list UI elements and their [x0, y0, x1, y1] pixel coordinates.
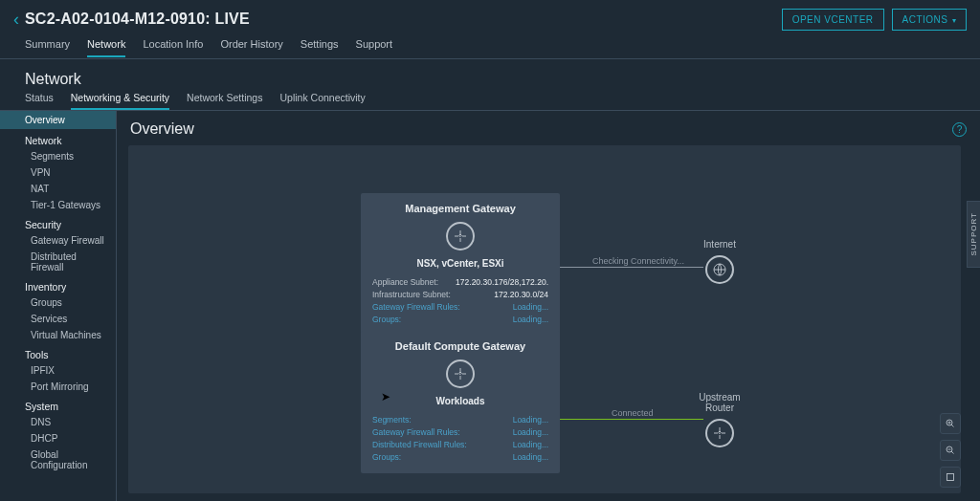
infrastructure-subnet-label: Infrastructure Subnet: [372, 289, 451, 301]
comp-gfw-link[interactable]: Gateway Firewall Rules: [372, 426, 460, 439]
connection-line-router [560, 419, 703, 420]
sidebar-item-global-configuration[interactable]: Global Configuration [0, 447, 116, 473]
sidebar-item-tier1-gateways[interactable]: Tier-1 Gateways [0, 197, 116, 213]
primary-tabs: Summary Network Location Info Order Hist… [0, 38, 980, 59]
main-panel: Overview ? Management Gateway NSX, vCent… [117, 111, 980, 501]
default-compute-gateway-card[interactable]: Default Compute Gateway Workloads Segmen… [361, 331, 560, 473]
comp-subtitle: Workloads [372, 396, 548, 406]
overview-heading: Overview [130, 120, 194, 138]
actions-dropdown-button[interactable]: ACTIONS▾ [892, 9, 967, 31]
gateway-icon [446, 359, 475, 388]
sidebar-group-system: System [0, 395, 116, 414]
tab-order-history[interactable]: Order History [220, 38, 282, 55]
fit-view-button[interactable] [940, 467, 961, 488]
tab-summary[interactable]: Summary [25, 38, 70, 55]
support-tab-label: SUPPORT [969, 212, 978, 256]
help-icon[interactable]: ? [952, 122, 967, 137]
tab-location-info[interactable]: Location Info [143, 38, 203, 55]
sidebar: Overview Network Segments VPN NAT Tier-1… [0, 111, 117, 501]
mgmt-groups-value: Loading... [513, 314, 548, 326]
comp-dfw-link[interactable]: Distributed Firewall Rules: [372, 439, 467, 451]
zoom-in-button[interactable] [940, 413, 961, 434]
comp-segments-link[interactable]: Segments: [372, 414, 412, 426]
zoom-out-button[interactable] [940, 440, 961, 461]
sidebar-item-virtual-machines[interactable]: Virtual Machines [0, 327, 116, 343]
upstream-router-node[interactable]: Upstream Router [683, 392, 756, 455]
comp-title: Default Compute Gateway [372, 340, 548, 352]
sidebar-item-dns[interactable]: DNS [0, 414, 116, 430]
sidebar-item-ipfix[interactable]: IPFIX [0, 362, 116, 379]
tab-support[interactable]: Support [356, 38, 393, 55]
topology-canvas: Management Gateway NSX, vCenter, ESXi Ap… [128, 145, 961, 493]
comp-groups-value: Loading... [513, 451, 548, 464]
sidebar-item-groups[interactable]: Groups [0, 294, 116, 311]
support-side-tab[interactable]: SUPPORT [967, 201, 980, 268]
sidebar-item-overview[interactable]: Overview [0, 111, 116, 129]
comp-gfw-value: Loading... [513, 426, 548, 439]
sidebar-item-services[interactable]: Services [0, 311, 116, 327]
router-icon [705, 419, 734, 447]
subtab-networking-security[interactable]: Networking & Security [71, 92, 169, 110]
secondary-tabs: Status Networking & Security Network Set… [0, 92, 980, 111]
open-vcenter-button[interactable]: OPEN VCENTER [782, 9, 884, 31]
mgmt-gfw-link[interactable]: Gateway Firewall Rules: [372, 301, 460, 314]
internet-label: Internet [691, 239, 748, 250]
connection-status-checking: Checking Connectivity... [592, 256, 684, 266]
mgmt-subtitle: NSX, vCenter, ESXi [372, 258, 548, 269]
back-chevron-icon[interactable]: ‹ [13, 10, 19, 30]
appliance-subnet-value: 172.20.30.176/28,172.20. [456, 276, 548, 289]
tab-network[interactable]: Network [87, 38, 125, 57]
subtab-network-settings[interactable]: Network Settings [187, 92, 262, 108]
subtab-uplink-connectivity[interactable]: Uplink Connectivity [279, 92, 365, 108]
sidebar-group-network: Network [0, 129, 116, 148]
infrastructure-subnet-value: 172.20.30.0/24 [494, 289, 548, 301]
router-label: Upstream Router [683, 392, 756, 413]
mgmt-gfw-value: Loading... [513, 301, 548, 314]
canvas-actions [940, 413, 961, 488]
mgmt-title: Management Gateway [372, 203, 548, 214]
sidebar-item-dhcp[interactable]: DHCP [0, 430, 116, 447]
sidebar-item-segments[interactable]: Segments [0, 148, 116, 164]
comp-dfw-value: Loading... [513, 439, 548, 451]
sidebar-item-port-mirroring[interactable]: Port Mirroring [0, 379, 116, 395]
comp-groups-link[interactable]: Groups: [372, 451, 401, 464]
sidebar-item-distributed-firewall[interactable]: Distributed Firewall [0, 249, 116, 275]
caret-down-icon: ▾ [952, 16, 957, 25]
internet-node[interactable]: Internet [691, 239, 748, 292]
management-gateway-card[interactable]: Management Gateway NSX, vCenter, ESXi Ap… [361, 193, 560, 336]
page-title: SC2-A02-0104-M12-0910: LIVE [25, 11, 250, 28]
mgmt-groups-link[interactable]: Groups: [372, 314, 401, 326]
sidebar-item-nat[interactable]: NAT [0, 181, 116, 197]
tab-settings[interactable]: Settings [301, 38, 339, 55]
comp-segments-value: Loading... [513, 414, 548, 426]
connection-status-connected: Connected [612, 408, 654, 418]
subtab-status[interactable]: Status [25, 92, 54, 108]
globe-icon [705, 255, 734, 284]
svg-rect-3 [947, 474, 954, 481]
sidebar-item-vpn[interactable]: VPN [0, 164, 116, 181]
gateway-icon [446, 222, 475, 250]
appliance-subnet-label: Appliance Subnet: [372, 276, 438, 289]
connection-line-internet [560, 267, 703, 268]
sidebar-group-security: Security [0, 213, 116, 232]
section-title: Network [0, 59, 980, 92]
sidebar-item-gateway-firewall[interactable]: Gateway Firewall [0, 232, 116, 249]
sidebar-group-tools: Tools [0, 343, 116, 362]
sidebar-group-inventory: Inventory [0, 275, 116, 294]
